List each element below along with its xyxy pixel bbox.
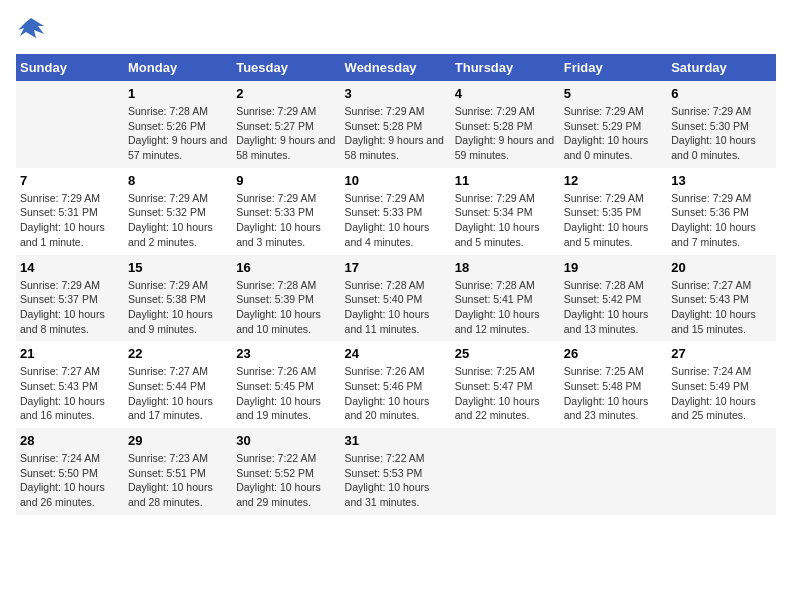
day-info: Sunrise: 7:24 AMSunset: 5:50 PMDaylight:…	[20, 451, 120, 510]
day-cell: 25Sunrise: 7:25 AMSunset: 5:47 PMDayligh…	[451, 341, 560, 428]
day-info: Sunrise: 7:29 AMSunset: 5:30 PMDaylight:…	[671, 104, 772, 163]
day-cell: 31Sunrise: 7:22 AMSunset: 5:53 PMDayligh…	[341, 428, 451, 515]
day-cell: 20Sunrise: 7:27 AMSunset: 5:43 PMDayligh…	[667, 255, 776, 342]
day-cell: 29Sunrise: 7:23 AMSunset: 5:51 PMDayligh…	[124, 428, 232, 515]
day-number: 30	[236, 433, 336, 448]
day-cell: 7Sunrise: 7:29 AMSunset: 5:31 PMDaylight…	[16, 168, 124, 255]
day-cell	[451, 428, 560, 515]
day-cell: 12Sunrise: 7:29 AMSunset: 5:35 PMDayligh…	[560, 168, 667, 255]
day-cell: 1Sunrise: 7:28 AMSunset: 5:26 PMDaylight…	[124, 81, 232, 168]
day-number: 19	[564, 260, 663, 275]
day-number: 20	[671, 260, 772, 275]
day-number: 15	[128, 260, 228, 275]
day-number: 28	[20, 433, 120, 448]
day-info: Sunrise: 7:29 AMSunset: 5:32 PMDaylight:…	[128, 191, 228, 250]
day-number: 27	[671, 346, 772, 361]
day-number: 17	[345, 260, 447, 275]
day-info: Sunrise: 7:29 AMSunset: 5:38 PMDaylight:…	[128, 278, 228, 337]
day-number: 23	[236, 346, 336, 361]
day-number: 1	[128, 86, 228, 101]
day-cell: 11Sunrise: 7:29 AMSunset: 5:34 PMDayligh…	[451, 168, 560, 255]
day-number: 31	[345, 433, 447, 448]
day-info: Sunrise: 7:29 AMSunset: 5:28 PMDaylight:…	[345, 104, 447, 163]
week-row-3: 21Sunrise: 7:27 AMSunset: 5:43 PMDayligh…	[16, 341, 776, 428]
day-info: Sunrise: 7:29 AMSunset: 5:28 PMDaylight:…	[455, 104, 556, 163]
day-number: 10	[345, 173, 447, 188]
day-info: Sunrise: 7:28 AMSunset: 5:26 PMDaylight:…	[128, 104, 228, 163]
day-number: 29	[128, 433, 228, 448]
day-info: Sunrise: 7:29 AMSunset: 5:35 PMDaylight:…	[564, 191, 663, 250]
day-cell: 10Sunrise: 7:29 AMSunset: 5:33 PMDayligh…	[341, 168, 451, 255]
day-cell: 6Sunrise: 7:29 AMSunset: 5:30 PMDaylight…	[667, 81, 776, 168]
day-number: 2	[236, 86, 336, 101]
day-info: Sunrise: 7:29 AMSunset: 5:27 PMDaylight:…	[236, 104, 336, 163]
day-cell: 27Sunrise: 7:24 AMSunset: 5:49 PMDayligh…	[667, 341, 776, 428]
day-info: Sunrise: 7:29 AMSunset: 5:34 PMDaylight:…	[455, 191, 556, 250]
day-info: Sunrise: 7:26 AMSunset: 5:46 PMDaylight:…	[345, 364, 447, 423]
day-info: Sunrise: 7:29 AMSunset: 5:37 PMDaylight:…	[20, 278, 120, 337]
day-cell: 28Sunrise: 7:24 AMSunset: 5:50 PMDayligh…	[16, 428, 124, 515]
day-info: Sunrise: 7:22 AMSunset: 5:53 PMDaylight:…	[345, 451, 447, 510]
day-info: Sunrise: 7:29 AMSunset: 5:29 PMDaylight:…	[564, 104, 663, 163]
day-info: Sunrise: 7:24 AMSunset: 5:49 PMDaylight:…	[671, 364, 772, 423]
day-info: Sunrise: 7:27 AMSunset: 5:44 PMDaylight:…	[128, 364, 228, 423]
day-number: 22	[128, 346, 228, 361]
day-info: Sunrise: 7:26 AMSunset: 5:45 PMDaylight:…	[236, 364, 336, 423]
day-cell: 24Sunrise: 7:26 AMSunset: 5:46 PMDayligh…	[341, 341, 451, 428]
header-cell-tuesday: Tuesday	[232, 54, 340, 81]
day-cell: 19Sunrise: 7:28 AMSunset: 5:42 PMDayligh…	[560, 255, 667, 342]
day-info: Sunrise: 7:29 AMSunset: 5:33 PMDaylight:…	[236, 191, 336, 250]
header-cell-sunday: Sunday	[16, 54, 124, 81]
day-cell: 3Sunrise: 7:29 AMSunset: 5:28 PMDaylight…	[341, 81, 451, 168]
day-info: Sunrise: 7:29 AMSunset: 5:31 PMDaylight:…	[20, 191, 120, 250]
day-number: 13	[671, 173, 772, 188]
day-number: 24	[345, 346, 447, 361]
day-cell	[16, 81, 124, 168]
day-number: 6	[671, 86, 772, 101]
day-cell: 2Sunrise: 7:29 AMSunset: 5:27 PMDaylight…	[232, 81, 340, 168]
day-number: 9	[236, 173, 336, 188]
day-number: 12	[564, 173, 663, 188]
day-number: 18	[455, 260, 556, 275]
day-cell: 4Sunrise: 7:29 AMSunset: 5:28 PMDaylight…	[451, 81, 560, 168]
day-number: 3	[345, 86, 447, 101]
week-row-1: 7Sunrise: 7:29 AMSunset: 5:31 PMDaylight…	[16, 168, 776, 255]
day-cell: 8Sunrise: 7:29 AMSunset: 5:32 PMDaylight…	[124, 168, 232, 255]
day-number: 25	[455, 346, 556, 361]
day-info: Sunrise: 7:22 AMSunset: 5:52 PMDaylight:…	[236, 451, 336, 510]
day-cell: 13Sunrise: 7:29 AMSunset: 5:36 PMDayligh…	[667, 168, 776, 255]
header-cell-saturday: Saturday	[667, 54, 776, 81]
day-info: Sunrise: 7:29 AMSunset: 5:33 PMDaylight:…	[345, 191, 447, 250]
day-cell	[560, 428, 667, 515]
day-number: 4	[455, 86, 556, 101]
day-number: 5	[564, 86, 663, 101]
day-number: 26	[564, 346, 663, 361]
header	[16, 16, 776, 44]
day-info: Sunrise: 7:25 AMSunset: 5:47 PMDaylight:…	[455, 364, 556, 423]
day-cell: 23Sunrise: 7:26 AMSunset: 5:45 PMDayligh…	[232, 341, 340, 428]
day-cell: 16Sunrise: 7:28 AMSunset: 5:39 PMDayligh…	[232, 255, 340, 342]
day-number: 7	[20, 173, 120, 188]
day-cell: 21Sunrise: 7:27 AMSunset: 5:43 PMDayligh…	[16, 341, 124, 428]
day-cell: 18Sunrise: 7:28 AMSunset: 5:41 PMDayligh…	[451, 255, 560, 342]
day-cell: 15Sunrise: 7:29 AMSunset: 5:38 PMDayligh…	[124, 255, 232, 342]
day-cell: 9Sunrise: 7:29 AMSunset: 5:33 PMDaylight…	[232, 168, 340, 255]
calendar-table: SundayMondayTuesdayWednesdayThursdayFrid…	[16, 54, 776, 515]
day-cell: 14Sunrise: 7:29 AMSunset: 5:37 PMDayligh…	[16, 255, 124, 342]
header-cell-friday: Friday	[560, 54, 667, 81]
day-info: Sunrise: 7:27 AMSunset: 5:43 PMDaylight:…	[671, 278, 772, 337]
svg-marker-0	[18, 18, 44, 38]
day-number: 16	[236, 260, 336, 275]
logo	[16, 16, 50, 44]
day-number: 21	[20, 346, 120, 361]
day-info: Sunrise: 7:25 AMSunset: 5:48 PMDaylight:…	[564, 364, 663, 423]
day-info: Sunrise: 7:28 AMSunset: 5:41 PMDaylight:…	[455, 278, 556, 337]
header-cell-monday: Monday	[124, 54, 232, 81]
week-row-0: 1Sunrise: 7:28 AMSunset: 5:26 PMDaylight…	[16, 81, 776, 168]
day-info: Sunrise: 7:28 AMSunset: 5:39 PMDaylight:…	[236, 278, 336, 337]
header-cell-thursday: Thursday	[451, 54, 560, 81]
day-info: Sunrise: 7:29 AMSunset: 5:36 PMDaylight:…	[671, 191, 772, 250]
day-cell	[667, 428, 776, 515]
day-info: Sunrise: 7:28 AMSunset: 5:42 PMDaylight:…	[564, 278, 663, 337]
week-row-2: 14Sunrise: 7:29 AMSunset: 5:37 PMDayligh…	[16, 255, 776, 342]
